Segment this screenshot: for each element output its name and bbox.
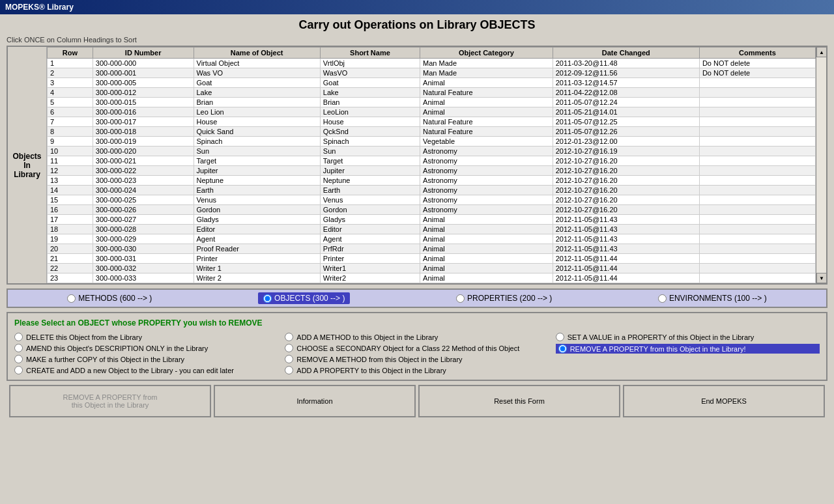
table-cell: Gordon [194,205,320,215]
table-cell: 18 [48,225,93,234]
table-cell [699,127,815,137]
scroll-track[interactable] [816,57,826,273]
table-row[interactable]: 20300-000-030Proof ReaderPrfRdrAnimal201… [48,244,816,254]
op-choose-secondary[interactable]: CHOOSE a SECONDARY Object for a Class 22… [285,344,549,352]
table-cell: 2011-03-12@14.57 [553,78,699,88]
table-cell [699,205,815,215]
table-row[interactable]: 12300-000-022JupiterJupiterAstronomy2012… [48,166,816,176]
radio-methods[interactable]: METHODS (600 --> ) [67,294,152,303]
table-row[interactable]: 5300-000-015BrianBrianAnimal2011-05-07@1… [48,98,816,107]
op-add-method[interactable]: ADD A METHOD to this Object in the Libra… [285,333,549,341]
col-comments[interactable]: Comments [699,48,815,59]
radio-properties-input[interactable] [456,294,465,303]
table-cell: 300-000-001 [93,68,194,78]
table-cell: 2 [48,68,93,78]
op-set-value[interactable]: SET A VALUE in a PROPERTY of this Object… [556,333,820,341]
op-choose-secondary-radio[interactable] [285,344,293,352]
table-row[interactable]: 22300-000-032Writer 1Writer1Animal2012-1… [48,264,816,273]
end-button[interactable]: End MOPEKS [623,385,825,417]
col-short[interactable]: Short Name [320,48,420,59]
table-cell: PrfRdr [320,244,420,254]
table-row[interactable]: 9300-000-019SpinachSpinachVegetable2012-… [48,137,816,147]
op-add-property[interactable]: ADD A PROPERTY to this Object in the Lib… [285,366,549,374]
objects-section: Objects In Library Row ID Number Name of… [7,46,827,285]
op-delete-radio[interactable] [14,333,23,341]
radio-objects-label: OBJECTS (300 --> ) [274,294,345,303]
action-button[interactable]: REMOVE A PROPERTY fromthis Object in the… [9,385,211,417]
table-row[interactable]: 3300-000-005GoatGoatAnimal2011-03-12@14.… [48,78,816,88]
table-cell: QckSnd [320,127,420,137]
table-row[interactable]: 10300-000-020SunSunAstronomy2012-10-27@1… [48,147,816,156]
table-cell: Jupiter [194,166,320,176]
col-date[interactable]: Date Changed [553,48,699,59]
table-body: 1300-000-000Virtual ObjectVrtlObjMan Mad… [48,59,816,283]
op-choose-secondary-label: CHOOSE a SECONDARY Object for a Class 22… [296,344,519,352]
op-amend[interactable]: AMEND this Object's DESCRIPTION ONLY in … [14,344,278,352]
table-row[interactable]: 8300-000-018Quick SandQckSndNatural Feat… [48,127,816,137]
table-cell: 6 [48,107,93,117]
table-row[interactable]: 11300-000-021TargetTargetAstronomy2012-1… [48,156,816,166]
table-cell: 2011-05-07@12.25 [553,117,699,127]
table-row[interactable]: 14300-000-024EarthEarthAstronomy2012-10-… [48,186,816,195]
radio-objects-input[interactable] [263,294,272,303]
table-row[interactable]: 6300-000-016Leo LionLeoLionAnimal2011-05… [48,107,816,117]
op-copy[interactable]: MAKE a further COPY of this Object in th… [14,355,278,363]
operations-title: Please Select an OBJECT whose PROPERTY y… [14,318,820,328]
scroll-up-btn[interactable]: ▲ [816,47,827,57]
table-scrollbar[interactable]: ▲ ▼ [816,47,826,283]
col-id[interactable]: ID Number [93,48,194,59]
table-row[interactable]: 17300-000-027GladysGladysAnimal2012-11-0… [48,215,816,225]
table-cell: Astronomy [420,176,553,186]
information-button-label: Information [296,397,332,405]
table-row[interactable]: 1300-000-000Virtual ObjectVrtlObjMan Mad… [48,59,816,68]
table-cell: Was VO [194,68,320,78]
op-copy-radio[interactable] [14,355,23,363]
op-delete[interactable]: DELETE this Object from the Library [14,333,278,341]
table-cell: Virtual Object [194,59,320,68]
radio-properties[interactable]: PROPERTIES (200 --> ) [456,294,552,303]
radio-environments-input[interactable] [658,294,667,303]
table-cell: 2012-11-05@11.44 [553,264,699,273]
col-row[interactable]: Row [48,48,93,59]
radio-methods-input[interactable] [67,294,76,303]
op-set-value-radio[interactable] [556,333,564,341]
table-row[interactable]: 7300-000-017HouseHouseNatural Feature201… [48,117,816,127]
op-remove-property[interactable]: REMOVE A PROPERTY from this Object in th… [556,344,820,354]
information-button[interactable]: Information [214,385,416,417]
table-cell: 17 [48,215,93,225]
op-create-radio[interactable] [14,366,23,374]
table-row[interactable]: 2300-000-001Was VOWasVOMan Made2012-09-1… [48,68,816,78]
table-cell: 300-000-029 [93,234,194,244]
col-category[interactable]: Object Category [420,48,553,59]
op-remove-method[interactable]: REMOVE A METHOD from this Object in the … [285,355,549,363]
radio-objects[interactable]: OBJECTS (300 --> ) [258,292,350,304]
table-row[interactable]: 13300-000-023NeptuneNeptuneAstronomy2012… [48,176,816,186]
table-cell: Goat [194,78,320,88]
op-amend-radio[interactable] [14,344,23,352]
op-create[interactable]: CREATE and ADD a new Object to the Libra… [14,366,278,374]
op-add-property-radio[interactable] [285,366,293,374]
objects-label: Objects In Library [8,47,47,283]
table-cell [699,176,815,186]
table-cell: 2012-10-27@16.19 [553,147,699,156]
scroll-down-btn[interactable]: ▼ [816,273,827,283]
table-cell: Astronomy [420,166,553,176]
table-row[interactable]: 4300-000-012LakeLakeNatural Feature2011-… [48,88,816,98]
reset-button[interactable]: Reset this Form [418,385,620,417]
table-row[interactable]: 23300-000-033Writer 2Writer2Animal2012-1… [48,273,816,283]
table-cell: 300-000-031 [93,254,194,264]
op-add-method-radio[interactable] [285,333,293,341]
table-row[interactable]: 19300-000-029AgentAgentAnimal2012-11-05@… [48,234,816,244]
op-remove-method-radio[interactable] [285,355,293,363]
table-row[interactable]: 15300-000-025VenusVenusAstronomy2012-10-… [48,195,816,205]
table-cell: Sun [320,147,420,156]
table-cell: 2011-05-07@12.26 [553,127,699,137]
table-cell: Do NOT delete [699,68,815,78]
table-row[interactable]: 18300-000-028EditorEditorAnimal2012-11-0… [48,225,816,234]
table-row[interactable]: 21300-000-031PrinterPrinterAnimal2012-11… [48,254,816,264]
table-cell: 8 [48,127,93,137]
table-row[interactable]: 16300-000-026GordonGordonAstronomy2012-1… [48,205,816,215]
op-remove-property-radio[interactable] [558,344,567,353]
radio-environments[interactable]: ENVIRONMENTS (100 --> ) [658,294,767,303]
col-name[interactable]: Name of Object [194,48,320,59]
